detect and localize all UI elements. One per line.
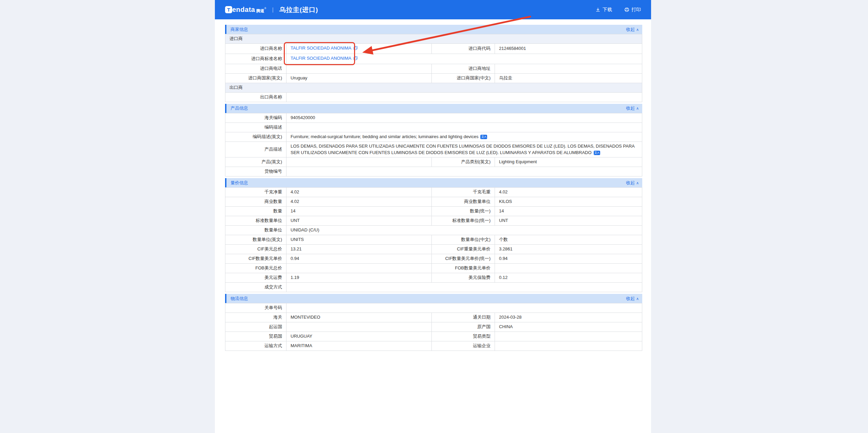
- translate-icon[interactable]: 文A: [594, 151, 600, 155]
- field-value: MONTEVIDEO: [287, 313, 432, 322]
- table-row: 进口商标准名称TALFIR SOCIEDAD ANONIMA: [225, 54, 642, 64]
- section-title: 商家信息: [230, 26, 248, 33]
- logo-t-icon: T: [225, 6, 232, 13]
- table-row: 标准数量单位UNT标准数量单位(统一)UNT: [225, 216, 642, 226]
- field-value: 乌拉圭: [495, 73, 642, 83]
- field-label: CIF美元总价: [225, 245, 287, 254]
- collapse-toggle[interactable]: 收起∧: [626, 105, 639, 111]
- field-value-text: LOS DEMAS, DISENADOS PARA SER UTILIZADAS…: [291, 144, 634, 155]
- field-value: [495, 64, 642, 73]
- section-logistics: 物流信息收起∧关单号码海关MONTEVIDEO通关日期2024-03-28起运国…: [225, 294, 642, 351]
- field-label: 贸易类型: [432, 332, 495, 341]
- field-value: [287, 92, 642, 102]
- field-value: [495, 332, 642, 341]
- chevron-up-icon: ∧: [636, 297, 639, 301]
- section-table: 海关编码9405420000编码描述编码描述(英文)Furniture; med…: [225, 113, 642, 177]
- field-value: 2024-03-28: [495, 313, 642, 322]
- field-label: 关单号码: [225, 303, 287, 313]
- section-title: 量价信息: [230, 180, 248, 186]
- field-label: 海关: [225, 313, 287, 322]
- field-label: 数量单位(英文): [225, 235, 287, 245]
- field-label: 商业数量: [225, 197, 287, 207]
- field-value: UNT: [495, 216, 642, 226]
- section-quantity-price: 量价信息收起∧千克净重4.02千克毛重4.02商业数量4.02商业数量单位KIL…: [225, 178, 642, 292]
- chevron-up-icon: ∧: [636, 181, 639, 185]
- header-divider: |: [272, 6, 273, 13]
- table-row: 进口商国家(英文)Uruguay进口商国家(中文)乌拉圭: [225, 73, 642, 83]
- print-label: 打印: [631, 7, 641, 13]
- field-label: 货物编号: [225, 167, 287, 176]
- field-label: CIF数量美元单价: [225, 254, 287, 264]
- tendata-logo[interactable]: T endata 腾道 ®: [225, 5, 266, 14]
- collapse-toggle[interactable]: 收起∧: [626, 26, 639, 33]
- field-value: [287, 303, 642, 313]
- company-link[interactable]: TALFIR SOCIEDAD ANONIMA: [291, 56, 351, 61]
- field-label: 进口商国家(英文): [225, 73, 287, 83]
- table-row: 货物编号: [225, 167, 642, 176]
- download-label: 下载: [603, 7, 612, 13]
- app-shell: T endata 腾道 ® | 乌拉圭(进口) 下载: [215, 0, 651, 433]
- field-value: MARITIMA: [287, 341, 432, 351]
- field-label: 美元保险费: [432, 273, 495, 283]
- collapse-label: 收起: [626, 296, 635, 301]
- field-value: 0.94: [495, 254, 642, 264]
- sections-container: 商家信息收起∧进口商进口商名称TALFIR SOCIEDAD ANONIMA进口…: [225, 25, 642, 351]
- field-value: [287, 123, 642, 132]
- field-value: 4.02: [287, 188, 432, 197]
- field-label: 进口商名称: [225, 44, 287, 54]
- field-label: 产品类别(英文): [432, 157, 495, 167]
- print-button[interactable]: 打印: [624, 7, 641, 13]
- subsection-header: 进口商: [225, 34, 642, 44]
- field-value: 1.19: [287, 273, 432, 283]
- field-label: FOB美元总价: [225, 264, 287, 273]
- field-value: TALFIR SOCIEDAD ANONIMA: [287, 44, 432, 54]
- field-value: 0.12: [495, 273, 642, 283]
- table-row: 海关MONTEVIDEO通关日期2024-03-28: [225, 313, 642, 322]
- table-row: 美元运费1.19美元保险费0.12: [225, 273, 642, 283]
- field-value: 14: [287, 207, 432, 216]
- field-value: 0.94: [287, 254, 432, 264]
- chevron-up-icon: ∧: [636, 106, 639, 110]
- field-label: 标准数量单位(统一): [432, 216, 495, 226]
- field-value: Uruguay: [287, 73, 432, 83]
- field-label: 通关日期: [432, 313, 495, 322]
- table-row: 数量14数量(统一)14: [225, 207, 642, 216]
- field-value: 21246584001: [495, 44, 642, 54]
- field-value: TALFIR SOCIEDAD ANONIMA: [287, 54, 642, 64]
- field-label: 出口商名称: [225, 92, 287, 102]
- section-header-logistics: 物流信息收起∧: [225, 294, 642, 303]
- table-row: 起运国原产国CHINA: [225, 322, 642, 332]
- copy-icon[interactable]: [353, 46, 358, 52]
- field-label: 进口商代码: [432, 44, 495, 54]
- table-row: 编码描述: [225, 123, 642, 132]
- field-value: UNIDAD (C/U): [287, 226, 642, 235]
- field-label: 运输企业: [432, 341, 495, 351]
- table-row: CIF美元总价13.21CIF重量美元单价3.2861: [225, 245, 642, 254]
- company-link[interactable]: TALFIR SOCIEDAD ANONIMA: [291, 45, 351, 51]
- translate-icon[interactable]: 文A: [480, 135, 487, 139]
- printer-icon: [624, 7, 629, 12]
- field-label: 千克净重: [225, 188, 287, 197]
- field-label: 成交方式: [225, 283, 287, 292]
- subsection-header: 出口商: [225, 83, 642, 92]
- field-label: FOB数量美元单价: [432, 264, 495, 273]
- field-label: 数量: [225, 207, 287, 216]
- field-value: [287, 264, 432, 273]
- field-value: Furniture; medical-surgical furniture; b…: [287, 132, 642, 142]
- field-label: 标准数量单位: [225, 216, 287, 226]
- copy-icon[interactable]: [353, 56, 358, 62]
- table-row: 出口商名称: [225, 92, 642, 102]
- table-row: 数量单位UNIDAD (C/U): [225, 226, 642, 235]
- field-label: 编码描述: [225, 123, 287, 132]
- logo-wordmark: endata: [232, 5, 255, 14]
- field-value-text: Furniture; medical-surgical furniture; b…: [291, 134, 478, 139]
- collapse-toggle[interactable]: 收起∧: [626, 296, 639, 302]
- field-value: 个数: [495, 235, 642, 245]
- section-table: 进口商进口商名称TALFIR SOCIEDAD ANONIMA进口商代码2124…: [225, 34, 642, 102]
- table-row: 数量单位(英文)UNITS数量单位(中文)个数: [225, 235, 642, 245]
- field-label: 数量单位: [225, 226, 287, 235]
- field-value: 4.02: [287, 197, 432, 207]
- collapse-toggle[interactable]: 收起∧: [626, 180, 639, 186]
- download-button[interactable]: 下载: [595, 7, 612, 13]
- field-value: 9405420000: [287, 113, 642, 123]
